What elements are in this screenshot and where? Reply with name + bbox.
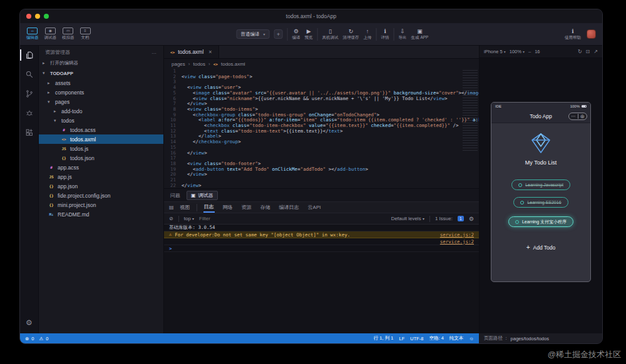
toolbar-tab-simulator[interactable]: ▭模拟器 (62, 28, 74, 41)
status-item[interactable]: 行 1, 列 1 (374, 335, 394, 341)
context-select[interactable]: top ▾ (184, 216, 194, 221)
tree-file-todos.acss[interactable]: #todos.acss (39, 125, 163, 134)
zoom-window-button[interactable] (44, 14, 49, 19)
miniapp-menu-icon[interactable]: ⋯ (569, 113, 578, 119)
source-control-icon[interactable] (20, 88, 38, 99)
issue-count-badge[interactable]: 1 (458, 216, 464, 221)
console-tab-network[interactable]: 网络 (222, 203, 233, 212)
tree-file-todos.axml[interactable]: <>todos.axml (39, 134, 163, 144)
breadcrumb-item-todos[interactable]: todos (193, 61, 205, 67)
open-editors-section[interactable]: ▸ 打开的编辑器 (39, 58, 163, 68)
view-label[interactable]: 视图 (180, 204, 190, 211)
device-debug-button[interactable]: ▯真机调试 (322, 28, 339, 41)
panel-tab-problems[interactable]: 问题 (170, 192, 180, 199)
todo-item-pill[interactable]: Learning ES2016 (513, 197, 568, 208)
code-editor[interactable]: 1 2<view class="page-todos">3 4 <view cl… (164, 69, 479, 188)
preview-button[interactable]: ▶预览 (305, 28, 313, 41)
close-tab-icon[interactable]: × (208, 49, 212, 55)
file-xml-icon: <> (213, 62, 218, 66)
status-item[interactable]: 纯文本 (449, 335, 464, 341)
minimap[interactable] (463, 70, 478, 151)
user-avatar[interactable] (587, 29, 596, 39)
toolbar-tab-editor[interactable]: ‹›编辑器 (26, 28, 39, 41)
editor-tab-todos-axml[interactable]: <> todos.axml × (164, 46, 219, 58)
feedback-smiley-icon[interactable]: ☺ (469, 336, 474, 341)
status-item[interactable]: UTF-8 (410, 336, 423, 341)
console-settings-gear-icon[interactable]: ⚙ (469, 216, 474, 222)
zoom-select[interactable]: 100% ▾ (510, 49, 525, 54)
clear-cache-button[interactable]: ↻清理缓存 (343, 28, 359, 41)
tree-folder-add-todo[interactable]: ▸add-todo (39, 106, 163, 116)
console-tab-log[interactable]: 日志 (203, 202, 215, 213)
tree-folder-assets[interactable]: ▸assets (39, 78, 163, 88)
console-log-row: 基础库版本: 3.0.54 (164, 225, 479, 231)
todo-item-pill[interactable]: Learning Javascript (511, 179, 570, 190)
log-source-link[interactable]: service.js:2 (440, 239, 474, 245)
status-item[interactable]: LF (399, 336, 404, 341)
toolbar-action-groups: ⚙编译▶预览▯真机调试↻清理缓存↑上传ℹ详情⇩导出▣生成 APP (292, 28, 429, 41)
compile-mode-select[interactable]: 普通编译 ▾ (237, 29, 270, 39)
tree-file-app.json[interactable]: {}app.json (39, 181, 163, 191)
screenshot-icon[interactable]: ⊡ (586, 49, 590, 54)
compile-button[interactable]: ⚙编译 (292, 28, 300, 41)
console-tab-storage[interactable]: 存储 (260, 203, 271, 212)
warnings-count[interactable]: 0 (46, 336, 48, 341)
project-section[interactable]: ▾ TODOAPP (39, 68, 163, 78)
tree-folder-todos[interactable]: ▾todos (39, 116, 163, 125)
page-path-value[interactable]: pages/todos/todos (511, 336, 549, 341)
details-button[interactable]: ℹ详情 (381, 28, 389, 41)
console-filter-input[interactable] (199, 216, 386, 221)
tree-folder-pages[interactable]: ▾pages (39, 97, 163, 106)
breadcrumb-item-pages[interactable]: pages (172, 61, 185, 67)
build-app-button[interactable]: ▣生成 APP (411, 28, 429, 41)
log-levels-select[interactable]: Default levels ▾ (391, 216, 424, 221)
panel-tab-debugger[interactable]: ▣调试器 (187, 191, 218, 200)
help-button[interactable]: ℹ 使用帮助 (565, 28, 581, 41)
console-tab-compile-log[interactable]: 编译日志 (279, 203, 300, 212)
upload-icon: ↑ (366, 28, 369, 35)
minimize-window-button[interactable] (35, 14, 40, 19)
tree-file-README.md[interactable]: M↓README.md (39, 210, 163, 219)
add-todo-button[interactable]: + Add Todo (526, 244, 556, 251)
console-tab-cloud-api[interactable]: 云API (307, 203, 322, 212)
miniapp-close-icon[interactable]: ◎ (578, 113, 587, 119)
tree-file-fide.project.config.json[interactable]: {}fide.project.config.json (39, 191, 163, 200)
extensions-icon[interactable] (20, 127, 38, 138)
tree-file-app.acss[interactable]: #app.acss (39, 163, 163, 172)
upload-button[interactable]: ↑上传 (364, 28, 372, 41)
status-item[interactable]: 空格: 4 (429, 335, 443, 341)
clear-console-icon[interactable]: ⊘ (169, 216, 173, 221)
toolbar-tab-debugger[interactable]: ◉调试器 (44, 28, 57, 41)
breadcrumb-item-todos.axml[interactable]: todos.axml (221, 61, 245, 67)
todo-item-pill[interactable]: Learning 支付宝小程序 (508, 216, 573, 227)
close-window-button[interactable] (26, 14, 31, 19)
more-actions-icon[interactable]: … (151, 49, 157, 55)
tree-file-mini.project.json[interactable]: {}mini.project.json (39, 200, 163, 210)
issues-label[interactable]: 1 Issue: (435, 216, 453, 221)
preview-icon: ▶ (307, 28, 311, 35)
export-button[interactable]: ⇩导出 (399, 28, 407, 41)
open-external-icon[interactable]: ↗ (593, 49, 598, 54)
console-tab-resource[interactable]: 资源 (241, 203, 252, 212)
refresh-icon[interactable]: ↻ (578, 49, 582, 54)
log-source-link[interactable]: service.js:2 (440, 232, 474, 238)
warnings-icon[interactable]: ⚠ (39, 336, 43, 341)
tree-item-label: app.json (58, 183, 78, 190)
tree-file-todos.js[interactable]: JStodos.js (39, 144, 163, 153)
add-compile-mode-button[interactable]: + (274, 29, 283, 39)
minus-icon[interactable]: – (528, 49, 531, 54)
code-text: </view> (182, 151, 207, 156)
errors-icon[interactable]: ⊗ (25, 336, 29, 341)
file-css-icon: # (60, 128, 68, 132)
console-filter-bar: ⊘ top ▾ Default levels ▾ 1 Issue: (164, 213, 479, 225)
toolbar-tab-docs[interactable]: ≡文档 (80, 28, 91, 41)
device-select[interactable]: iPhone 5 ▾ (484, 49, 506, 54)
errors-count[interactable]: 0 (31, 336, 34, 341)
tree-folder-components[interactable]: ▸components (39, 88, 163, 97)
tree-file-todos.json[interactable]: {}todos.json (39, 153, 163, 163)
search-icon[interactable] (20, 69, 38, 80)
tree-file-app.js[interactable]: JSapp.js (39, 172, 163, 181)
debug-icon[interactable] (20, 108, 38, 119)
explorer-icon[interactable] (20, 49, 38, 61)
settings-gear-icon[interactable]: ⚙ (26, 318, 33, 333)
